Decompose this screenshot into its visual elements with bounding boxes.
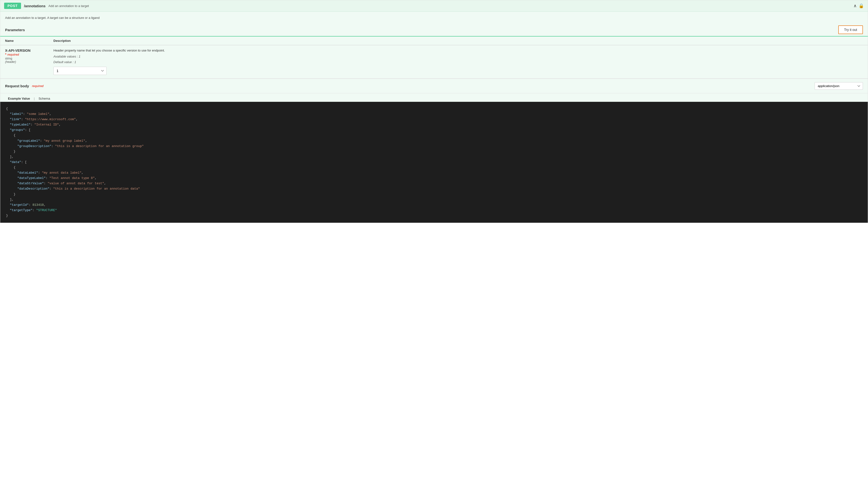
method-badge: POST — [4, 3, 21, 9]
request-body-label: Request body — [5, 84, 29, 88]
content-type-select[interactable]: application/json — [815, 82, 863, 90]
parameters-title: Parameters — [5, 28, 25, 32]
param-name: X-API-VERSION *required — [5, 49, 44, 57]
lock-icon: 🔒 — [859, 3, 864, 9]
required-star: * — [5, 52, 6, 57]
endpoint-description: Add an annotation to a target — [48, 4, 89, 8]
param-type: string — [5, 57, 44, 60]
parameters-header: Parameters Try it out — [0, 22, 868, 37]
required-badge: required — [7, 53, 19, 57]
parameters-table: Name Description X-API-VERSION *required… — [0, 37, 868, 79]
table-row: X-API-VERSION *required string (header) … — [0, 45, 868, 79]
tab-example-value[interactable]: Example Value — [5, 95, 33, 102]
version-select[interactable]: 1 — [53, 67, 106, 75]
example-tabs: Example Value | Schema — [0, 93, 868, 102]
endpoint-header: POST /annotations Add an annotation to a… — [0, 0, 868, 12]
param-name-text: X-API-VERSION — [5, 49, 30, 52]
param-location: (header) — [5, 60, 44, 64]
endpoint-path: /annotations — [24, 4, 45, 8]
description-area: Add an annotation to a target. A target … — [0, 12, 868, 22]
col-description: Description — [49, 37, 868, 45]
default-value: Default value : 1 — [53, 60, 863, 64]
params-table-header: Name Description — [0, 37, 868, 45]
header-actions: ∧ 🔒 — [854, 3, 864, 9]
available-values-label: Available values — [53, 55, 76, 58]
request-body-required: required — [32, 84, 43, 88]
code-block: { "label": "some label", "link": "https:… — [0, 102, 868, 223]
param-name-cell: X-API-VERSION *required string (header) — [0, 45, 49, 79]
api-endpoint-container: POST /annotations Add an annotation to a… — [0, 0, 868, 223]
tab-schema[interactable]: Schema — [35, 95, 53, 102]
available-values-value: 1 — [79, 55, 81, 58]
param-description-cell: Header property name that let you choose… — [49, 45, 868, 79]
col-name: Name — [0, 37, 49, 45]
param-description-text: Header property name that let you choose… — [53, 49, 863, 52]
default-value-value: 1 — [74, 60, 76, 64]
request-body-title: Request body required — [5, 84, 43, 88]
default-value-label: Default value — [53, 60, 72, 64]
params-table-body: X-API-VERSION *required string (header) … — [0, 45, 868, 79]
available-values: Available values : 1 — [53, 55, 863, 58]
try-it-out-button[interactable]: Try it out — [838, 25, 863, 34]
request-body-section: Request body required application/json — [0, 79, 868, 93]
collapse-icon[interactable]: ∧ — [854, 3, 857, 9]
description-text: Add an annotation to a target. A target … — [5, 16, 100, 20]
